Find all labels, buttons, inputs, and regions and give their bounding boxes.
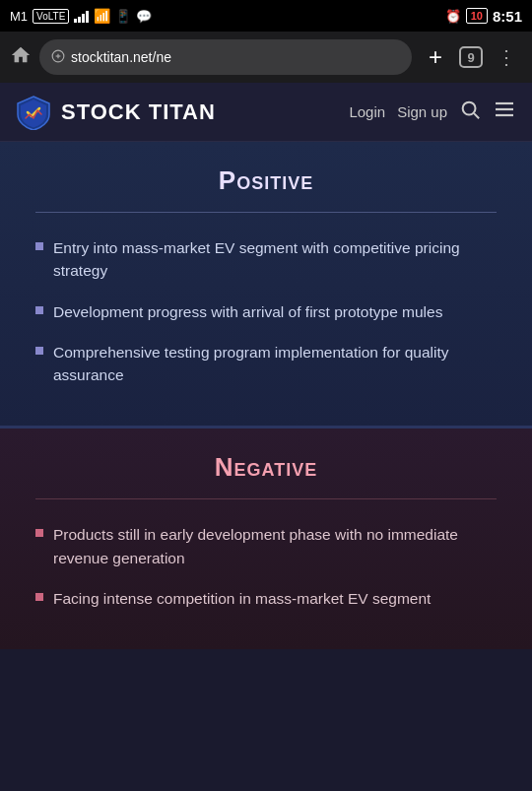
negative-section: Negative Products still in early develop… xyxy=(0,428,532,649)
status-right: ⏰ 10 8:51 xyxy=(445,8,522,25)
positive-bullet-list: Entry into mass-market EV segment with c… xyxy=(35,236,497,386)
nav-title: STOCK TITAN xyxy=(61,99,216,125)
negative-divider xyxy=(35,498,497,499)
positive-item-1: Entry into mass-market EV segment with c… xyxy=(35,236,497,283)
message-icon: 💬 xyxy=(136,9,152,24)
status-left: M1 VoLTE 📶 📱 💬 xyxy=(10,8,152,24)
phone-icon: 📱 xyxy=(115,9,131,24)
bullet-icon-2 xyxy=(35,306,43,314)
signup-button[interactable]: Sign up xyxy=(397,103,447,120)
browser-menu-button[interactable]: ⋮ xyxy=(491,45,522,69)
bullet-icon-1 xyxy=(35,242,43,250)
hamburger-menu-icon[interactable] xyxy=(493,98,516,126)
wifi-icon: 📶 xyxy=(94,8,110,24)
negative-item-2-text: Facing intense competition in mass-marke… xyxy=(53,587,431,610)
add-tab-button[interactable]: + xyxy=(420,43,451,71)
battery-indicator: 10 xyxy=(466,8,488,24)
browser-url-bar[interactable]: stocktitan.net/ne xyxy=(39,39,412,75)
nav-links: Login Sign up xyxy=(349,98,516,126)
positive-item-3: Comprehensive testing program implementa… xyxy=(35,341,497,387)
negative-bullet-list: Products still in early development phas… xyxy=(35,523,497,610)
negative-item-1-text: Products still in early development phas… xyxy=(53,523,497,569)
nav-header: STOCK TITAN Login Sign up xyxy=(0,83,532,142)
positive-item-2: Development progress with arrival of fir… xyxy=(35,300,497,323)
search-icon[interactable] xyxy=(459,99,481,125)
browser-home-button[interactable] xyxy=(10,44,32,71)
positive-item-2-text: Development progress with arrival of fir… xyxy=(53,300,442,323)
signal-icon xyxy=(74,9,89,23)
negative-title: Negative xyxy=(35,452,497,483)
main-content: Positive Entry into mass-market EV segme… xyxy=(0,142,532,649)
logo-icon xyxy=(16,95,51,130)
positive-title: Positive xyxy=(35,165,497,196)
nav-logo: STOCK TITAN xyxy=(16,95,349,130)
positive-item-1-text: Entry into mass-market EV segment with c… xyxy=(53,236,497,283)
carrier-label: M1 xyxy=(10,9,28,24)
status-bar: M1 VoLTE 📶 📱 💬 ⏰ 10 8:51 xyxy=(0,0,532,32)
url-security-icon xyxy=(51,49,65,66)
tabs-count-button[interactable]: 9 xyxy=(459,46,483,68)
svg-point-3 xyxy=(463,102,476,115)
alarm-icon: ⏰ xyxy=(445,9,461,24)
positive-section: Positive Entry into mass-market EV segme… xyxy=(0,142,532,428)
negative-item-1: Products still in early development phas… xyxy=(35,523,497,569)
time-display: 8:51 xyxy=(493,8,522,25)
login-button[interactable]: Login xyxy=(349,103,385,120)
browser-bar: stocktitan.net/ne + 9 ⋮ xyxy=(0,32,532,83)
neg-bullet-icon-2 xyxy=(35,593,43,601)
url-text: stocktitan.net/ne xyxy=(71,49,400,65)
positive-divider xyxy=(35,212,497,213)
neg-bullet-icon-1 xyxy=(35,529,43,537)
negative-item-2: Facing intense competition in mass-marke… xyxy=(35,587,497,610)
volte-badge: VoLTE xyxy=(33,9,69,24)
positive-item-3-text: Comprehensive testing program implementa… xyxy=(53,341,497,387)
svg-line-4 xyxy=(474,113,479,118)
bullet-icon-3 xyxy=(35,347,43,355)
